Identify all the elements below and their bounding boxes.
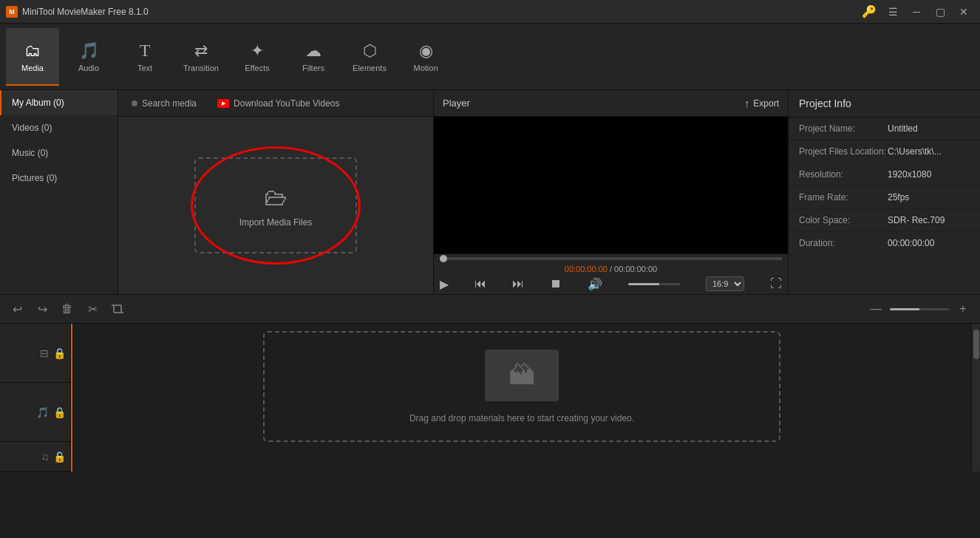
sidebar-item-videos[interactable]: Videos (0)	[0, 115, 118, 140]
media-area: Search media Download YouTube Videos 🗁 I…	[118, 90, 433, 294]
progress-thumb	[440, 255, 447, 262]
zoom-controls: — +	[865, 298, 974, 320]
duration-label: Duration:	[799, 238, 888, 248]
video-track-split-icon[interactable]: ⊟	[40, 347, 49, 359]
project-location-row: Project Files Location: C:\Users\tk\...	[789, 140, 980, 163]
license-key-icon[interactable]: 🔑	[862, 4, 877, 18]
redo-button[interactable]: ↪	[31, 298, 53, 320]
frame-rate-label: Frame Rate:	[799, 192, 888, 202]
cut-button[interactable]: ✂	[81, 298, 103, 320]
duration-value: 00:00:00:00	[888, 238, 934, 248]
sidebar-item-pictures[interactable]: Pictures (0)	[0, 166, 118, 191]
project-name-row: Project Name: Untitled	[789, 118, 980, 140]
crop-button[interactable]	[106, 298, 129, 320]
music-track-icon[interactable]: ♫	[41, 451, 50, 463]
import-media-button[interactable]: 🗁 Import Media Files	[194, 157, 357, 253]
title-bar: M MiniTool MovieMaker Free 8.1.0 🔑 ☰ ─ ▢…	[0, 0, 980, 24]
music-track-lock-icon[interactable]: 🔒	[53, 451, 66, 463]
video-display	[434, 117, 788, 253]
project-name-value: Untitled	[888, 123, 918, 134]
timeline: ⊟ 🔒 🎵 🔒 ♫ 🔒 🏔 Drag and drop materials he…	[0, 324, 980, 471]
audio-track-icon[interactable]: 🎵	[36, 406, 49, 418]
video-track-lock-icon[interactable]: 🔒	[53, 347, 66, 359]
player-panel: Player ↑ Export 00:00:00:00 / 00:00:00:0…	[433, 90, 788, 294]
filters-icon: ☁	[305, 41, 321, 61]
color-space-label: Color Space:	[799, 215, 888, 225]
folder-icon: 🗁	[264, 184, 287, 211]
edit-toolbar: ↩ ↪ 🗑 ✂ — +	[0, 294, 980, 324]
volume-slider[interactable]	[628, 283, 680, 285]
timeline-scrollbar[interactable]	[971, 324, 980, 471]
app-title: MiniTool MovieMaker Free 8.1.0	[22, 7, 149, 17]
transition-icon: ⇄	[194, 41, 208, 61]
menu-button[interactable]: ☰	[882, 3, 903, 21]
left-panel: My Album (0) Videos (0) Music (0) Pictur…	[0, 90, 118, 294]
close-button[interactable]: ✕	[953, 3, 974, 21]
undo-button[interactable]: ↩	[6, 298, 28, 320]
total-time: 00:00:00:00	[614, 265, 657, 273]
fullscreen-button[interactable]: ⛶	[770, 277, 782, 290]
resolution-value: 1920x1080	[888, 169, 931, 180]
scrollbar-thumb[interactable]	[973, 330, 979, 359]
player-controls: 00:00:00:00 / 00:00:00:00 ▶ ⏮ ⏭ ⏹ 🔊 16:9…	[434, 253, 788, 294]
youtube-icon	[217, 99, 229, 108]
main-toolbar: 🗂 Media 🎵 Audio T Text ⇄ Transition ✦ Ef…	[0, 24, 980, 90]
playhead[interactable]	[71, 324, 72, 471]
toolbar-transition[interactable]: ⇄ Transition	[174, 28, 228, 86]
play-button[interactable]: ▶	[440, 277, 449, 291]
mountain-icon: 🏔	[508, 360, 535, 391]
time-display: 00:00:00:00 / 00:00:00:00	[440, 265, 782, 273]
sidebar-item-my-album[interactable]: My Album (0)	[0, 90, 118, 115]
playback-controls-row: ▶ ⏮ ⏭ ⏹ 🔊 16:9 4:3 1:1 9:16 ⛶	[440, 276, 782, 291]
motion-icon: ◉	[419, 41, 433, 61]
stop-button[interactable]: ⏹	[550, 277, 562, 290]
aspect-ratio-select[interactable]: 16:9 4:3 1:1 9:16	[706, 276, 744, 291]
elements-icon: ⬡	[363, 41, 377, 61]
delete-button[interactable]: 🗑	[56, 298, 78, 320]
zoom-out-button[interactable]: —	[865, 298, 887, 320]
project-location-value: C:\Users\tk\...	[888, 146, 942, 157]
toolbar-filters[interactable]: ☁ Filters	[287, 28, 340, 86]
skip-back-button[interactable]: ⏮	[474, 277, 486, 290]
project-info-title: Project Info	[789, 90, 980, 118]
player-title: Player	[443, 98, 470, 109]
frame-rate-row: Frame Rate: 25fps	[789, 186, 980, 209]
skip-forward-button[interactable]: ⏭	[512, 277, 524, 290]
minimize-button[interactable]: ─	[906, 3, 927, 21]
media-content: 🗁 Import Media Files	[118, 117, 433, 294]
zoom-slider[interactable]	[890, 308, 949, 310]
drop-zone-icon: 🏔	[485, 350, 559, 401]
audio-track-header: 🎵 🔒	[0, 383, 70, 442]
timeline-drop-zone: 🏔 Drag and drop materials here to start …	[263, 331, 780, 442]
toolbar-text[interactable]: T Text	[118, 28, 171, 86]
title-bar-left: M MiniTool MovieMaker Free 8.1.0	[6, 6, 149, 18]
app-logo-icon: M	[6, 6, 18, 18]
toolbar-media[interactable]: 🗂 Media	[6, 28, 59, 86]
mute-button[interactable]: 🔊	[588, 277, 602, 291]
duration-row: Duration: 00:00:00:00	[789, 232, 980, 255]
maximize-button[interactable]: ▢	[930, 3, 950, 21]
download-youtube-tab[interactable]: Download YouTube Videos	[210, 94, 347, 113]
yt-play-icon	[217, 99, 229, 108]
effects-icon: ✦	[251, 41, 264, 61]
toolbar-elements[interactable]: ⬡ Elements	[343, 28, 396, 86]
resolution-row: Resolution: 1920x1080	[789, 163, 980, 186]
project-location-label: Project Files Location:	[799, 146, 888, 157]
player-header: Player ↑ Export	[434, 90, 788, 117]
audio-icon: 🎵	[79, 41, 99, 61]
media-tabs: Search media Download YouTube Videos	[118, 90, 433, 117]
export-button[interactable]: ↑ Export	[744, 98, 779, 109]
timeline-tracks-header: ⊟ 🔒 🎵 🔒 ♫ 🔒	[0, 324, 71, 471]
zoom-in-button[interactable]: +	[952, 298, 974, 320]
media-icon: 🗂	[24, 41, 41, 61]
toolbar-motion[interactable]: ◉ Motion	[399, 28, 452, 86]
frame-rate-value: 25fps	[888, 192, 909, 202]
search-media-tab[interactable]: Search media	[124, 94, 204, 113]
audio-track-lock-icon[interactable]: 🔒	[53, 406, 66, 418]
playback-progress-bar[interactable]	[440, 257, 782, 260]
sidebar-item-music[interactable]: Music (0)	[0, 140, 118, 166]
main-area: My Album (0) Videos (0) Music (0) Pictur…	[0, 90, 980, 294]
toolbar-audio[interactable]: 🎵 Audio	[62, 28, 115, 86]
export-arrow-icon: ↑	[744, 98, 749, 109]
toolbar-effects[interactable]: ✦ Effects	[231, 28, 284, 86]
